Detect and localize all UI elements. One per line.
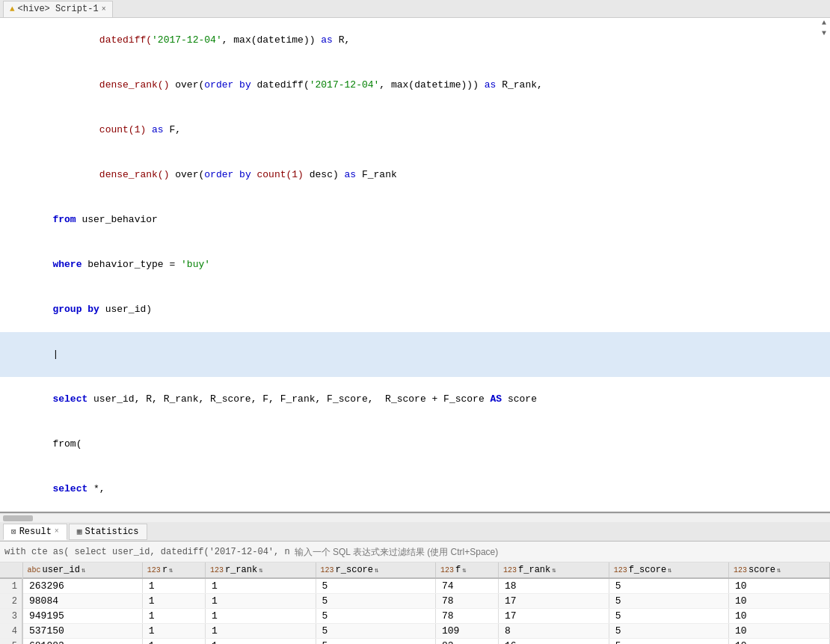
table-cell: 1 [205,624,316,639]
col-header-user_id[interactable]: abc user_id ⇅ [22,562,142,578]
col-header-f_score[interactable]: 123 f_score ⇅ [609,562,728,578]
sort-icon-f_score[interactable]: ⇅ [668,566,671,574]
result-tabs-bar: ⊠ Result × ▦ Statistics [0,522,830,542]
table-cell: 74 [435,578,498,594]
col-header-r_rank[interactable]: 123 r_rank ⇅ [205,562,316,578]
editor-content[interactable]: datediff('2017-12-04', max(datetime)) as… [0,18,830,513]
filter-input[interactable] [295,547,826,557]
result-tab-close[interactable]: × [55,527,59,536]
col-header-r_score[interactable]: 123 r_score ⇅ [316,562,435,578]
table-cell: 1 [205,594,316,609]
sort-icon-score[interactable]: ⇅ [777,566,781,574]
sort-icon-r[interactable]: ⇅ [169,566,173,574]
table-cell: 5 [609,639,728,645]
scroll-thumb[interactable] [3,515,33,521]
col-header-f_rank[interactable]: 123 f_rank ⇅ [499,562,609,578]
row-num-header [0,562,22,578]
table-cell: 1 [142,609,205,624]
table-cell: 1 [142,639,205,645]
code-line-8: | [0,332,830,377]
sort-icon-r_rank[interactable]: ⇅ [259,566,262,574]
result-table: abc user_id ⇅ 123 r ⇅ 123 r_rank [0,562,830,644]
statistics-tab-icon: ▦ [77,527,82,536]
filter-query-text: with cte as( select user_id, datediff('2… [4,547,290,557]
table-cell: 10 [729,624,830,639]
table-cell: 1 [205,578,316,594]
code-line-5: from user_behavior [0,197,830,242]
row-number: 5 [0,639,22,645]
tab-bar: ▲ <hive> Script-1 × [0,0,830,18]
tab-close-button[interactable]: × [102,5,106,13]
table-cell: 10 [729,609,830,624]
code-line-7: group by user_id) [0,287,830,332]
table-cell: 5 [609,578,728,594]
table-cell: 109 [435,624,498,639]
filter-bar: with cte as( select user_id, datediff('2… [0,542,830,562]
sort-icon-f_rank[interactable]: ⇅ [552,566,556,574]
scroll-down-arrow[interactable]: ▼ [822,28,826,39]
sort-icon-f[interactable]: ⇅ [462,566,466,574]
table-cell: 5 [609,594,728,609]
table-cell: 5 [316,594,435,609]
table-cell: 5 [609,624,728,639]
code-line-10: from( [0,422,830,467]
table-cell: 1 [142,578,205,594]
table-row: 45371501151098510 [0,624,830,639]
table-cell: 82 [435,639,498,645]
table-cell: 5 [316,578,435,594]
table-cell: 78 [435,609,498,624]
sort-icon-r_score[interactable]: ⇅ [375,566,378,574]
script-tab[interactable]: ▲ <hive> Script-1 × [3,1,113,17]
result-tab-label: Result [19,527,52,537]
table-cell: 16 [499,639,609,645]
table-cell: 78 [435,594,498,609]
col-header-r[interactable]: 123 r ⇅ [142,562,205,578]
table-cell: 10 [729,578,830,594]
table-row: 39491951157817510 [0,609,830,624]
table-header-row: abc user_id ⇅ 123 r ⇅ 123 r_rank [0,562,830,578]
table-cell: 98084 [22,594,142,609]
table-row: 2980841157817510 [0,594,830,609]
scroll-up-arrow[interactable]: ▲ [822,18,826,28]
code-line-6: where behavior_type = 'buy' [0,242,830,287]
table-cell: 1 [142,594,205,609]
code-line-1: datediff('2017-12-04', max(datetime)) as… [0,18,830,63]
result-tab-icon: ⊠ [11,527,16,536]
row-number: 3 [0,609,22,624]
table-cell: 17 [499,594,609,609]
table-row: 56810831158216510 [0,639,830,645]
table-cell: 949195 [22,609,142,624]
statistics-tab-label: Statistics [84,527,138,537]
row-number: 2 [0,594,22,609]
table-cell: 5 [316,639,435,645]
col-header-score[interactable]: 123 score ⇅ [729,562,830,578]
table-cell: 537150 [22,624,142,639]
vertical-scrollbar[interactable]: ▲ ▼ [818,18,830,39]
tab-result[interactable]: ⊠ Result × [3,524,67,540]
row-number: 1 [0,578,22,594]
tab-label: <hive> Script-1 [18,4,99,14]
code-line-4: dense_rank() over(order by count(1) desc… [0,153,830,197]
table-cell: 1 [142,624,205,639]
table-cell: 10 [729,594,830,609]
table-row: 12632961157418510 [0,578,830,594]
result-table-wrapper[interactable]: abc user_id ⇅ 123 r ⇅ 123 r_rank [0,562,830,644]
table-cell: 17 [499,609,609,624]
sort-icon-user_id[interactable]: ⇅ [82,566,85,574]
table-cell: 263296 [22,578,142,594]
table-cell: 5 [316,624,435,639]
table-cell: 5 [316,609,435,624]
table-cell: 10 [729,639,830,645]
col-header-f[interactable]: 123 f ⇅ [435,562,498,578]
tab-statistics[interactable]: ▦ Statistics [69,524,147,540]
table-cell: 1 [205,639,316,645]
hive-icon: ▲ [10,4,15,13]
code-line-3: count(1) as F, [0,108,830,153]
horizontal-scrollbar[interactable] [0,513,830,522]
code-line-9: select user_id, R, R_rank, R_score, F, F… [0,377,830,422]
code-editor: datediff('2017-12-04', max(datetime)) as… [0,18,830,522]
code-line-11: select *, [0,467,830,512]
table-cell: 5 [609,609,728,624]
code-line-2: dense_rank() over(order by datediff('201… [0,63,830,108]
table-body: 1263296115741851029808411578175103949195… [0,578,830,644]
